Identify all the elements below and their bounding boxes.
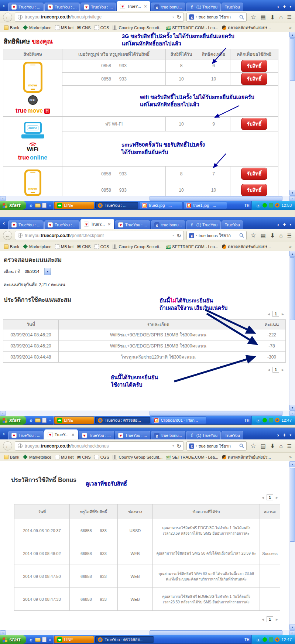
taskbar-button-line[interactable]: LINE	[54, 636, 94, 643]
folder-icon[interactable]	[35, 203, 41, 208]
tab-scroll-left-icon[interactable]: ‹	[1, 2, 8, 9]
select-dropdown-icon[interactable]: ▼	[44, 268, 51, 275]
taskbar-button-irfanview[interactable]: true2.jpg - ...	[139, 202, 183, 209]
bookmarks-overflow-icon[interactable]: »	[289, 455, 292, 460]
home-icon[interactable]: ⌂	[279, 233, 282, 238]
bookmark-item[interactable]: Country Group Securit...	[111, 455, 164, 459]
bookmark-item[interactable]: Marketplace	[21, 244, 53, 249]
firefox-tray-icon[interactable]	[275, 637, 279, 642]
search-field[interactable]: g ▾ true bonus ใช้ยาก	[186, 231, 247, 240]
bookmarks-menu-icon[interactable]: ▤	[261, 233, 266, 238]
scroll-up-icon[interactable]: ▲	[289, 461, 295, 467]
downloads-icon[interactable]: ⬇	[270, 443, 275, 449]
bookmark-item[interactable]: sttSETTRADE.COM - Lea...	[165, 25, 220, 30]
pager-next-icon[interactable]: ►	[281, 368, 285, 372]
pager-next-icon[interactable]: ►	[275, 496, 279, 500]
tab-scroll-right-icon[interactable]: ›	[277, 3, 279, 10]
url-dropdown-icon[interactable]: ▼	[172, 234, 175, 237]
bookmark-item[interactable]: sttSETTRADE.COM - Lea...	[165, 455, 220, 459]
search-engine-caret-icon[interactable]: ▾	[196, 234, 197, 237]
bookmark-item[interactable]: Bank	[3, 244, 21, 249]
taskbar-button-firefox[interactable]: TrueYou : ...	[95, 202, 138, 209]
tray-collapse-icon[interactable]: ‹	[256, 418, 261, 423]
quick-launch-overflow-icon[interactable]: »	[48, 637, 52, 642]
scrollbar-thumb[interactable]	[290, 257, 295, 320]
start-button[interactable]: start	[0, 201, 26, 210]
tab-trueyou-active[interactable]: ♥TrueY...✕	[117, 1, 150, 11]
search-field[interactable]: g ▾ true bonus ใช้ยาก	[186, 441, 247, 451]
tab-trueyou-3[interactable]: ♥TrueYou : ...	[115, 431, 150, 439]
scrollbar-thumb[interactable]	[150, 630, 282, 635]
scroll-left-icon[interactable]: ‹	[0, 630, 6, 635]
new-tab-icon[interactable]: +	[283, 432, 286, 438]
horizontal-scrollbar[interactable]: ‹ ›	[0, 196, 295, 201]
line-tray-icon[interactable]	[263, 203, 267, 208]
page-number[interactable]: 1	[272, 311, 279, 317]
new-tab-icon[interactable]: +	[283, 3, 286, 10]
horizontal-scrollbar[interactable]: ‹ ›	[0, 411, 295, 416]
reload-icon[interactable]: ↻	[177, 14, 181, 20]
claim-button[interactable]: รับสิทธิ์	[241, 60, 268, 72]
tab-trueyou-4[interactable]: TrueYou	[222, 220, 243, 229]
pager-prev-icon[interactable]: ◄	[261, 617, 265, 621]
network-tray-icon[interactable]	[269, 418, 273, 422]
pager-next-icon[interactable]: ►	[275, 617, 279, 621]
scroll-down-icon[interactable]: ▼	[289, 190, 295, 196]
tab-close-icon[interactable]: ✕	[71, 433, 74, 437]
tab-scroll-right-icon[interactable]: ›	[277, 432, 279, 438]
ie-icon[interactable]: e	[28, 637, 34, 643]
search-engine-caret-icon[interactable]: ▾	[196, 445, 197, 448]
tab-trueyou-1[interactable]: ♥TrueYou : ...	[8, 3, 44, 11]
line-tray-icon[interactable]	[263, 637, 267, 642]
page-number[interactable]: 1	[267, 494, 273, 500]
home-icon[interactable]: ⌂	[279, 443, 282, 449]
back-button[interactable]: ←	[3, 13, 12, 22]
new-tab-icon[interactable]: +	[283, 221, 286, 227]
taskbar-button-firefox[interactable]: TrueYou : ตรวจสอ...	[95, 417, 150, 424]
line-tray-icon[interactable]	[263, 418, 267, 422]
url-field[interactable]: trueyou.truecorp.co.th/bonus/checkbonus …	[15, 441, 184, 451]
page-number[interactable]: 1	[272, 367, 279, 373]
taskbar-button-line[interactable]: LINE	[54, 202, 94, 209]
bookmark-item[interactable]: CGS	[93, 25, 111, 30]
network-tray-icon[interactable]	[269, 203, 273, 208]
scroll-left-icon[interactable]: ‹	[0, 196, 6, 201]
scroll-left-icon[interactable]: ‹	[0, 411, 6, 416]
taskbar-button-irfanview[interactable]: Clipboard01 - Irfan...	[151, 417, 206, 424]
tab-google-search[interactable]: gtrue bonu...	[151, 431, 185, 439]
quick-launch-overflow-icon[interactable]: »	[48, 418, 52, 422]
menu-icon[interactable]: ☰	[287, 443, 292, 449]
magnifier-icon[interactable]	[239, 443, 244, 448]
quick-launch-overflow-icon[interactable]: »	[48, 203, 52, 208]
bookmark-item[interactable]: Bank	[3, 455, 21, 459]
tab-list-icon[interactable]: ▾	[289, 223, 291, 226]
tab-facebook[interactable]: f(1) TrueYou	[186, 220, 221, 229]
bookmarks-overflow-icon[interactable]: »	[289, 244, 292, 249]
tab-list-icon[interactable]: ▾	[289, 433, 291, 437]
month-year-select[interactable]: 09/2014 ▼	[23, 268, 51, 275]
tab-scroll-right-icon[interactable]: ›	[277, 221, 279, 227]
tab-close-icon[interactable]: ✕	[108, 222, 111, 226]
pager-next-icon[interactable]: ►	[281, 312, 285, 316]
tab-facebook[interactable]: f(1) TrueYou	[186, 3, 221, 11]
bookmark-star-icon[interactable]: ☆	[250, 14, 256, 20]
claim-button[interactable]: รับสิทธิ์	[241, 184, 268, 196]
search-field[interactable]: g ▾ true bonus ใช้ยาก	[186, 13, 247, 22]
pager-prev-icon[interactable]: ◄	[261, 496, 265, 500]
bookmark-item[interactable]: MCNS	[76, 244, 92, 249]
bookmark-item[interactable]: Country Group Securit...	[111, 244, 164, 249]
calculator-icon[interactable]	[42, 418, 47, 423]
calculator-icon[interactable]	[42, 203, 47, 208]
back-button[interactable]: ←	[3, 231, 12, 240]
reload-icon[interactable]: ↻	[177, 233, 181, 239]
horizontal-scrollbar[interactable]: ‹ ›	[0, 630, 295, 635]
reload-icon[interactable]: ↻	[177, 443, 181, 449]
tab-trueyou-4[interactable]: TrueYou	[222, 431, 243, 439]
language-indicator[interactable]: TH	[242, 418, 251, 422]
tab-google-search[interactable]: gtrue bonu...	[151, 3, 185, 11]
tab-trueyou-1[interactable]: ♥TrueYou : ...	[8, 431, 44, 439]
magnifier-icon[interactable]	[239, 15, 244, 20]
tab-trueyou-2[interactable]: ♥TrueYou : ...	[79, 431, 114, 439]
ie-icon[interactable]: e	[28, 418, 34, 423]
bookmark-item[interactable]: ตลาดหลักทรัพย์แห่งปร...	[220, 454, 272, 460]
